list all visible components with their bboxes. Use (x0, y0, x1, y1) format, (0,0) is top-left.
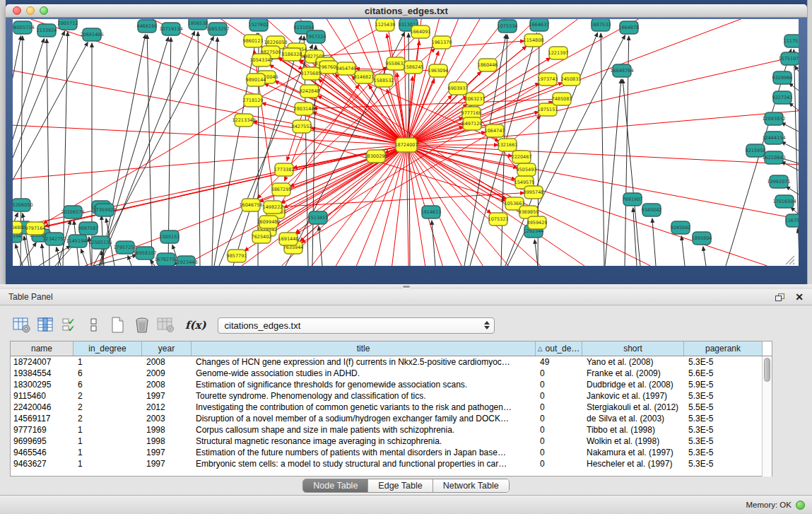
table-cell[interactable]: 0 (536, 447, 582, 458)
table-cell[interactable]: Dudbridge et al. (2008) (582, 379, 684, 390)
table-cell[interactable]: Structural magnetic resonance image aver… (192, 436, 536, 447)
table-cell[interactable]: 1997 (142, 390, 192, 402)
table-cell[interactable]: 2003 (142, 413, 192, 424)
table-cell[interactable]: 6 (73, 379, 142, 390)
row-height-icon[interactable] (83, 315, 105, 336)
table-cell[interactable]: 19384554 (11, 368, 73, 379)
table-cell[interactable]: Changes of HCN gene expression and I(f) … (192, 356, 536, 368)
column-header-title[interactable]: title (192, 341, 536, 356)
table-cell[interactable]: 2 (73, 413, 142, 424)
table-cell[interactable]: 2012 (142, 402, 192, 413)
panel-splitter[interactable] (0, 284, 812, 289)
new-file-icon[interactable] (107, 315, 129, 336)
table-cell[interactable]: 2 (73, 390, 142, 402)
table-cell[interactable]: Wolkin et al. (1998) (582, 436, 684, 447)
table-cell[interactable]: 49 (536, 356, 582, 368)
table-cell[interactable]: 1 (73, 356, 142, 368)
table-cell[interactable]: 0 (536, 413, 582, 424)
table-cell[interactable]: 0 (536, 436, 582, 447)
table-cell[interactable]: 6 (73, 368, 142, 379)
table-row[interactable]: 977716911998Corpus callosum shape and si… (11, 424, 763, 436)
delete-table-icon[interactable] (155, 315, 177, 336)
select-rows-icon[interactable]: ✓✓ (59, 315, 81, 336)
delete-rows-icon[interactable] (131, 315, 153, 336)
table-cell[interactable]: 1997 (142, 458, 192, 469)
table-settings-icon[interactable] (11, 315, 33, 336)
table-cell[interactable]: 5.3E-5 (684, 458, 763, 469)
table-cell[interactable]: 18300295 (11, 379, 73, 390)
table-cell[interactable]: Tibbo et al. (1998) (582, 424, 684, 436)
table-cell[interactable]: 5.3E-5 (684, 356, 763, 368)
scrollbar-thumb[interactable] (764, 358, 770, 382)
table-cell[interactable]: 1997 (142, 447, 192, 458)
table-cell[interactable]: 5.3E-5 (684, 447, 763, 458)
window-titlebar[interactable]: citations_edges.txt (6, 4, 807, 18)
table-scrollbar[interactable] (762, 356, 772, 477)
close-panel-icon[interactable]: ✕ (795, 292, 804, 302)
table-cell[interactable]: 2008 (142, 356, 192, 368)
table-cell[interactable]: Disruption of a novel member of a sodium… (192, 413, 536, 424)
column-header-short[interactable]: short (582, 341, 684, 356)
table-row[interactable]: 946554611997Estimation of the future num… (11, 447, 763, 458)
table-row[interactable]: 2242004622012Investigating the contribut… (11, 402, 763, 413)
tab-network-table[interactable]: Network Table (433, 479, 509, 492)
table-cell[interactable]: 22420046 (11, 402, 73, 413)
column-header-year[interactable]: year (142, 341, 192, 356)
table-cell[interactable]: Embryonic stem cells: a model to study s… (192, 458, 536, 469)
table-cell[interactable]: 9777169 (11, 424, 73, 436)
table-cell[interactable]: 18724007 (11, 356, 73, 368)
column-header-pagerank[interactable]: pagerank (684, 341, 763, 356)
table-cell[interactable]: 9115460 (11, 390, 73, 402)
table-cell[interactable]: 5.9E-5 (684, 379, 763, 390)
table-cell[interactable]: 9465546 (11, 447, 73, 458)
tab-edge-table[interactable]: Edge Table (368, 479, 433, 492)
float-panel-icon[interactable] (775, 293, 785, 302)
table-cell[interactable]: Stergiakouli et al. (2012) (582, 402, 684, 413)
memory-status-indicator[interactable] (796, 501, 805, 510)
table-cell[interactable]: 5.3E-5 (684, 424, 763, 436)
table-selector-dropdown[interactable]: citations_edges.txt (218, 317, 495, 334)
table-cell[interactable]: 0 (536, 424, 582, 436)
table-cell[interactable]: Jankovic et al. (1997) (582, 390, 684, 402)
table-cell[interactable]: 5.3E-5 (684, 390, 763, 402)
table-cell[interactable]: Investigating the contribution of common… (192, 402, 536, 413)
table-cell[interactable]: 1 (73, 424, 142, 436)
function-builder-icon[interactable]: f(x) (185, 319, 206, 332)
column-header-in_degree[interactable]: in_degree (73, 341, 142, 356)
table-cell[interactable]: Nakamura et al. (1997) (582, 447, 684, 458)
table-cell[interactable]: 14569117 (11, 413, 73, 424)
table-cell[interactable]: 2008 (142, 379, 192, 390)
tab-node-table[interactable]: Node Table (303, 479, 368, 492)
table-cell[interactable]: Estimation of the future numbers of pati… (192, 447, 536, 458)
table-cell[interactable]: 1 (73, 458, 142, 469)
table-cell[interactable]: 5.5E-5 (684, 402, 763, 413)
table-row[interactable]: 911546021997Tourette syndrome. Phenomeno… (11, 390, 763, 402)
column-header-name[interactable]: name (11, 341, 73, 356)
table-row[interactable]: 1830029562008Estimation of significance … (11, 379, 763, 390)
table-cell[interactable]: Franke et al. (2009) (582, 368, 684, 379)
network-canvas[interactable]: 1872400724055724213392420057122069140664… (13, 19, 799, 266)
table-cell[interactable]: 5.6E-5 (684, 368, 763, 379)
table-cell[interactable]: Hescheler et al. (1997) (582, 458, 684, 469)
table-cell[interactable]: Yano et al. (2008) (582, 356, 684, 368)
table-cell[interactable]: 2 (73, 402, 142, 413)
table-cell[interactable]: 0 (536, 379, 582, 390)
table-row[interactable]: 1938455462009Genome-wide association stu… (11, 368, 763, 379)
table-cell[interactable]: 0 (536, 458, 582, 469)
table-cell[interactable]: Tourette syndrome. Phenomenology and cla… (192, 390, 536, 402)
table-cell[interactable]: 0 (536, 368, 582, 379)
table-column-icon[interactable] (35, 315, 57, 336)
table-row[interactable]: 1456911722003Disruption of a novel membe… (11, 413, 763, 424)
table-cell[interactable]: 0 (536, 402, 582, 413)
table-cell[interactable]: 9699695 (11, 436, 73, 447)
table-cell[interactable]: Estimation of significance thresholds fo… (192, 379, 536, 390)
table-cell[interactable]: 1998 (142, 424, 192, 436)
table-cell[interactable]: 1 (73, 447, 142, 458)
table-cell[interactable]: 0 (536, 390, 582, 402)
table-cell[interactable]: de Silva et al. (2003) (582, 413, 684, 424)
column-header-out_de[interactable]: △out_de… (536, 341, 582, 356)
table-cell[interactable]: 9463627 (11, 458, 73, 469)
table-cell[interactable]: 2009 (142, 368, 192, 379)
table-cell[interactable]: 5.3E-5 (684, 436, 763, 447)
table-cell[interactable]: 1998 (142, 436, 192, 447)
